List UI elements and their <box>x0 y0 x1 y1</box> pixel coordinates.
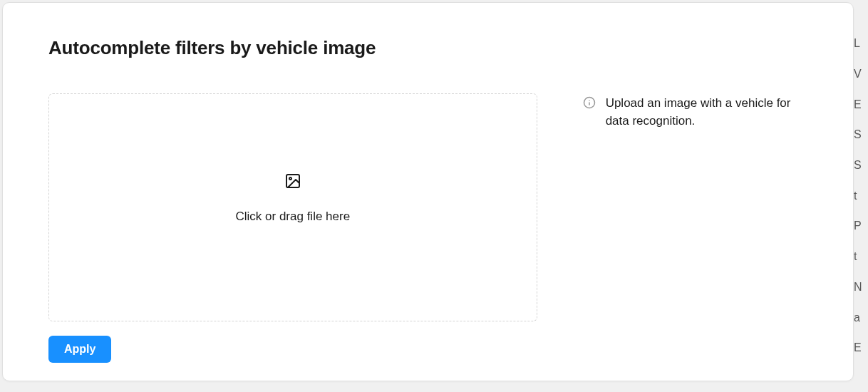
autocomplete-filters-modal: Autocomplete filters by vehicle image Cl… <box>2 2 854 381</box>
info-icon <box>583 96 596 109</box>
modal-title: Autocomplete filters by vehicle image <box>48 37 807 59</box>
info-text: Upload an image with a vehicle for data … <box>606 95 807 130</box>
apply-button[interactable]: Apply <box>48 336 111 363</box>
info-section: Upload an image with a vehicle for data … <box>583 93 807 321</box>
modal-footer: Apply <box>48 336 807 363</box>
svg-point-1 <box>289 177 291 180</box>
background-obscured-text: L V E S S t P t N a E <box>854 0 867 392</box>
file-dropzone[interactable]: Click or drag file here <box>48 93 537 321</box>
dropzone-prompt: Click or drag file here <box>236 210 351 224</box>
modal-body: Click or drag file here Upload an image … <box>48 93 807 321</box>
image-icon <box>284 172 301 190</box>
